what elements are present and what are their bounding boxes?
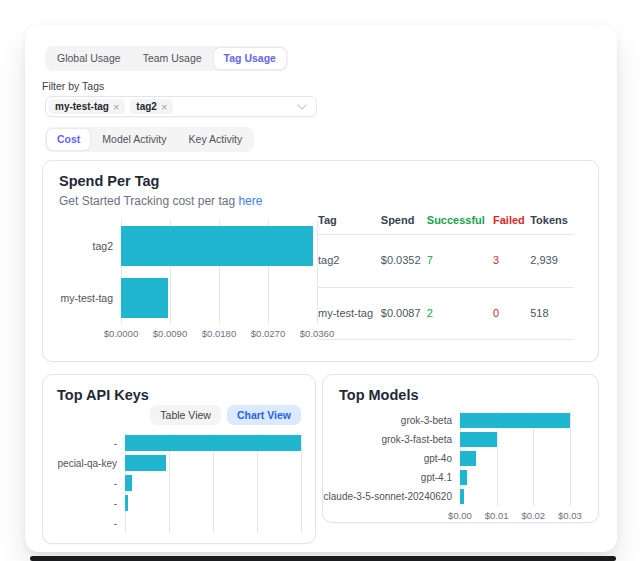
column-header: Tag — [318, 210, 381, 235]
x-tick-label: $0.0270 — [251, 328, 285, 339]
x-tick-label: $0.0000 — [104, 328, 138, 339]
table-cell: $0.0087 — [381, 287, 427, 340]
bar-label: tag2 — [59, 220, 121, 272]
table-cell: 0 — [493, 287, 530, 340]
bar-label: gpt-4o — [339, 449, 460, 468]
bar-label: grok-3-beta — [339, 411, 460, 430]
spend-card-subtitle: Get Started Tracking cost per tag here — [59, 194, 582, 208]
view-tab-group: Cost Model Activity Key Activity — [45, 127, 254, 152]
bar — [125, 455, 166, 471]
tag-chip[interactable]: my-test-tag × — [49, 99, 125, 114]
here-link[interactable]: here — [238, 194, 262, 208]
table-cell: 518 — [530, 287, 574, 340]
table-cell: 2,939 — [530, 235, 574, 288]
spend-table: TagSpendSuccessfulFailedTokens tag2$0.03… — [318, 210, 574, 340]
table-row: my-test-tag$0.008720518 — [318, 287, 574, 340]
column-header: Successful — [427, 210, 493, 235]
spend-per-tag-card: Spend Per Tag Get Started Tracking cost … — [42, 160, 599, 362]
usage-tab-group: Global Usage Team Usage Tag Usage — [45, 46, 288, 71]
spend-table-head-row: TagSpendSuccessfulFailedTokens — [318, 210, 574, 235]
bar — [460, 470, 467, 485]
tag-chip-label: my-test-tag — [55, 101, 109, 112]
bar-label: my-test-tag — [59, 272, 121, 324]
bar — [460, 432, 497, 447]
table-cell: 2 — [427, 287, 493, 340]
tag-filter-select[interactable]: my-test-tag × tag2 × — [45, 96, 317, 117]
x-tick-label: $0.0180 — [202, 328, 236, 339]
bar-label: - — [57, 433, 125, 453]
gridline — [301, 433, 302, 533]
bar — [121, 278, 168, 318]
chart-view-button[interactable]: Chart View — [227, 405, 301, 425]
bar — [460, 489, 464, 504]
tab-key-activity[interactable]: Key Activity — [179, 129, 253, 150]
bar — [125, 475, 132, 491]
bar — [460, 413, 570, 428]
x-tick-label: $0.0360 — [300, 328, 334, 339]
tab-global-usage[interactable]: Global Usage — [47, 48, 131, 69]
x-tick-label: $0.00 — [448, 510, 472, 521]
bar-label: pecial-qa-key — [57, 453, 125, 473]
bar-label: - — [57, 513, 125, 533]
top-api-keys-card: Top API Keys Table View Chart View -peci… — [42, 374, 316, 544]
bar — [460, 451, 476, 466]
bar — [125, 495, 128, 511]
chevron-down-icon[interactable] — [297, 104, 307, 110]
table-row: tag2$0.0352732,939 — [318, 235, 574, 288]
api-keys-card-title: Top API Keys — [57, 387, 301, 403]
table-cell: 7 — [427, 235, 493, 288]
filter-by-tags-label: Filter by Tags — [42, 80, 599, 92]
bar-label: gpt-4.1 — [339, 468, 460, 487]
tab-tag-usage[interactable]: Tag Usage — [214, 48, 286, 69]
top-models-chart: grok-3-betagrok-3-fast-betagpt-4ogpt-4.1… — [339, 411, 582, 522]
bar-label: claude-3-5-sonnet-20240620 — [339, 487, 460, 506]
table-cell: tag2 — [318, 235, 381, 288]
bar-label: - — [57, 493, 125, 513]
top-models-card: Top Models grok-3-betagrok-3-fast-betagp… — [322, 374, 599, 523]
tag-chip-label: tag2 — [136, 101, 157, 112]
models-card-title: Top Models — [339, 387, 582, 403]
tab-team-usage[interactable]: Team Usage — [133, 48, 212, 69]
table-view-button[interactable]: Table View — [150, 405, 221, 425]
app-panel: Global Usage Team Usage Tag Usage Filter… — [25, 25, 617, 552]
table-cell: $0.0352 — [381, 235, 427, 288]
spend-table-body: tag2$0.0352732,939my-test-tag$0.00872051… — [318, 235, 574, 340]
window-bottom-shadow — [30, 556, 616, 561]
x-tick-label: $0.01 — [485, 510, 509, 521]
top-api-keys-chart: -pecial-qa-key--- — [57, 433, 301, 533]
x-tick-label: $0.02 — [521, 510, 545, 521]
tab-cost[interactable]: Cost — [47, 129, 90, 150]
gridline — [317, 220, 318, 324]
column-header: Failed — [493, 210, 530, 235]
table-cell: 3 — [493, 235, 530, 288]
column-header: Spend — [381, 210, 427, 235]
bar — [121, 226, 313, 266]
bar — [125, 435, 301, 451]
subtitle-text: Get Started Tracking cost per tag — [59, 194, 238, 208]
tab-model-activity[interactable]: Model Activity — [92, 129, 176, 150]
spend-per-tag-chart: tag2my-test-tag$0.0000$0.0090$0.0180$0.0… — [59, 220, 317, 340]
bar-label: - — [57, 473, 125, 493]
column-header: Tokens — [530, 210, 574, 235]
remove-tag-icon[interactable]: × — [161, 102, 167, 112]
x-tick-label: $0.03 — [558, 510, 582, 521]
remove-tag-icon[interactable]: × — [113, 102, 119, 112]
spend-card-title: Spend Per Tag — [59, 173, 582, 189]
bar-label: grok-3-fast-beta — [339, 430, 460, 449]
tag-chip[interactable]: tag2 × — [130, 99, 173, 114]
x-tick-label: $0.0090 — [153, 328, 187, 339]
